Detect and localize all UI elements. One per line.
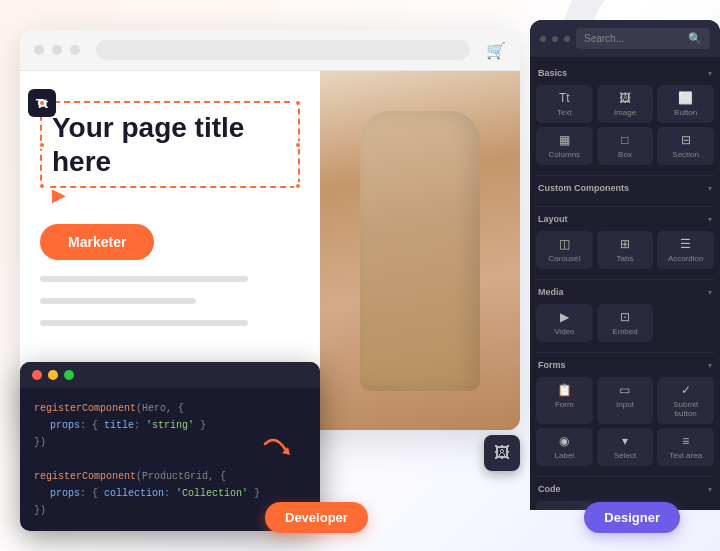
- content-line-1: [40, 276, 248, 282]
- panel-item-button[interactable]: ⬜ Button: [657, 85, 714, 123]
- code-line-1: registerComponent(Hero, {: [34, 400, 306, 417]
- cta-button[interactable]: Marketer: [40, 224, 154, 260]
- panel-item-input[interactable]: ▭ Input: [597, 377, 654, 424]
- panel-section-forms: Forms ▾ 📋 Form ▭ Input ✓ Submit button: [536, 357, 714, 466]
- divider-3: [536, 279, 714, 280]
- browser-header: 🛒: [20, 30, 520, 71]
- website-right-image: [320, 71, 520, 430]
- browser-dot-3: [70, 45, 80, 55]
- media-grid: ▶ Video ⊡ Embed: [536, 304, 714, 342]
- panel-section-basics: Basics ▾ Tt Text 🖼 Image ⬜ Button: [536, 65, 714, 165]
- box-label: Box: [618, 150, 632, 159]
- browser-dot-2: [52, 45, 62, 55]
- panel-item-columns[interactable]: ▦ Columns: [536, 127, 593, 165]
- panel-item-embed[interactable]: ⊡ Embed: [597, 304, 654, 342]
- code-arrow-icon: ▾: [708, 485, 712, 494]
- form-icon: 📋: [557, 383, 572, 397]
- custom-title: Custom Components: [538, 183, 629, 193]
- panel-item-label[interactable]: ◉ Label: [536, 428, 593, 466]
- resize-handle-tl[interactable]: [38, 99, 46, 107]
- media-arrow-icon: ▾: [708, 288, 712, 297]
- panel-search[interactable]: Search... 🔍: [576, 28, 710, 49]
- panel-dot-3: [564, 36, 570, 42]
- terminal-dot-green: [64, 370, 74, 380]
- select-icon: ▾: [622, 434, 628, 448]
- panel-item-select[interactable]: ▾ Select: [597, 428, 654, 466]
- panel-content: Basics ▾ Tt Text 🖼 Image ⬜ Button: [530, 57, 720, 510]
- button-label: Button: [674, 108, 697, 117]
- panel-item-submit[interactable]: ✓ Submit button: [657, 377, 714, 424]
- image-badge[interactable]: 🖼: [484, 435, 520, 471]
- editor-panel-header: Search... 🔍: [530, 20, 720, 57]
- panel-item-box[interactable]: □ Box: [597, 127, 654, 165]
- jacket-shape: [360, 111, 480, 391]
- layout-grid: ◫ Carousel ⊞ Tabs ☰ Accordion: [536, 231, 714, 269]
- resize-handle-ml[interactable]: [38, 141, 46, 149]
- panel-item-form[interactable]: 📋 Form: [536, 377, 593, 424]
- input-icon: ▭: [619, 383, 630, 397]
- resize-handle-bl[interactable]: [38, 182, 46, 190]
- tabs-icon: ⊞: [620, 237, 630, 251]
- panel-item-textarea[interactable]: ≡ Text area: [657, 428, 714, 466]
- panel-item-section[interactable]: ⊟ Section: [657, 127, 714, 165]
- developer-badge[interactable]: Developer: [265, 502, 368, 533]
- panel-item-tabs[interactable]: ⊞ Tabs: [597, 231, 654, 269]
- box-icon: □: [621, 133, 628, 147]
- text-element-selected[interactable]: Tt Your page title here ▶: [40, 101, 300, 188]
- panel-dot-2: [552, 36, 558, 42]
- panel-item-symbol[interactable]: ◈ Symbol: [536, 501, 593, 510]
- panel-item-accordion[interactable]: ☰ Accordion: [657, 231, 714, 269]
- image-icon: 🖼: [619, 91, 631, 105]
- layout-arrow-icon: ▾: [708, 215, 712, 224]
- custom-section-header[interactable]: Custom Components ▾: [536, 180, 714, 196]
- select-label: Select: [614, 451, 636, 460]
- media-section-header[interactable]: Media ▾: [536, 284, 714, 300]
- resize-handle-br[interactable]: [294, 182, 302, 190]
- basics-section-header[interactable]: Basics ▾: [536, 65, 714, 81]
- forms-arrow-icon: ▾: [708, 361, 712, 370]
- media-title: Media: [538, 287, 564, 297]
- code-section-header[interactable]: Code ▾: [536, 481, 714, 497]
- forms-section-header[interactable]: Forms ▾: [536, 357, 714, 373]
- main-container: 🛒 Tt Your page title here: [0, 0, 720, 551]
- input-label: Input: [616, 400, 634, 409]
- layout-section-header[interactable]: Layout ▾: [536, 211, 714, 227]
- panel-item-carousel[interactable]: ◫ Carousel: [536, 231, 593, 269]
- panel-section-layout: Layout ▾ ◫ Carousel ⊞ Tabs ☰ Accordion: [536, 211, 714, 269]
- code-title: Code: [538, 484, 561, 494]
- carousel-label: Carousel: [548, 254, 580, 263]
- terminal-header: [20, 362, 320, 388]
- tabs-label: Tabs: [617, 254, 634, 263]
- browser-url-bar: [96, 40, 470, 60]
- forms-grid: 📋 Form ▭ Input ✓ Submit button ◉ Label: [536, 377, 714, 466]
- text-label: Text: [557, 108, 572, 117]
- fashion-image: [320, 71, 520, 430]
- resize-handle-mr[interactable]: [294, 141, 302, 149]
- forms-title: Forms: [538, 360, 566, 370]
- content-line-3: [40, 320, 248, 326]
- divider-1: [536, 175, 714, 176]
- code-line-6: props: { collection: 'Collection' }: [34, 485, 306, 502]
- designer-badge[interactable]: Designer: [584, 502, 680, 533]
- embed-label: Embed: [612, 327, 637, 336]
- panel-item-image[interactable]: 🖼 Image: [597, 85, 654, 123]
- textarea-label: Text area: [669, 451, 702, 460]
- custom-arrow-icon: ▾: [708, 184, 712, 193]
- cursor-arrow: ▶: [52, 184, 66, 206]
- arrow-connector: [260, 429, 290, 463]
- panel-item-text[interactable]: Tt Text: [536, 85, 593, 123]
- layout-title: Layout: [538, 214, 568, 224]
- resize-handle-tr[interactable]: [294, 99, 302, 107]
- columns-icon: ▦: [559, 133, 570, 147]
- image-label: Image: [614, 108, 636, 117]
- terminal-dot-red: [32, 370, 42, 380]
- carousel-icon: ◫: [559, 237, 570, 251]
- submit-icon: ✓: [681, 383, 691, 397]
- code-line-5: registerComponent(ProductGrid, {: [34, 468, 306, 485]
- terminal-dot-yellow: [48, 370, 58, 380]
- panel-item-video[interactable]: ▶ Video: [536, 304, 593, 342]
- marketer-section: Marketer: [40, 204, 300, 326]
- textarea-icon: ≡: [682, 434, 689, 448]
- embed-icon: ⊡: [620, 310, 630, 324]
- button-icon: ⬜: [678, 91, 693, 105]
